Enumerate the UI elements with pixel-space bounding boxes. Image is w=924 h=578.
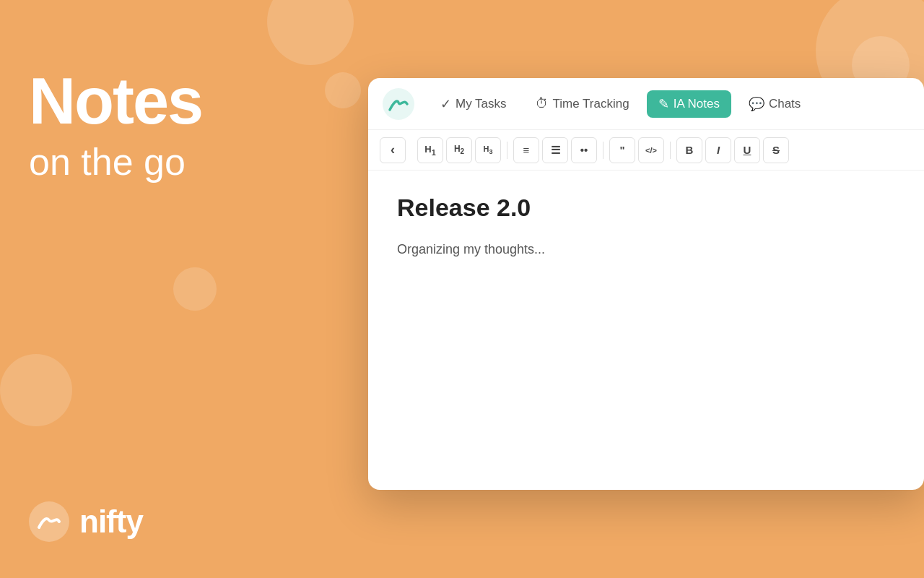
h3-label: H3 [483,144,492,155]
nav-bar: ✓ My Tasks ⏱ Time Tracking ✎ IA Notes 💬 … [368,78,924,130]
timer-icon: ⏱ [536,96,549,111]
underline-icon: U [744,144,751,156]
bg-decoration-6 [325,72,361,108]
bg-decoration-3 [173,267,217,311]
align-button[interactable]: ≡ [513,137,539,163]
bg-decoration-1 [267,0,354,65]
nav-chats[interactable]: 💬 Chats [737,90,812,118]
toolbar-divider-2 [603,142,603,159]
check-icon: ✓ [440,96,451,112]
editor-body: Organizing my thoughts... [397,239,895,260]
editor-title: Release 2.0 [397,194,895,222]
hero-subheadline: on the go [29,139,202,184]
strikethrough-button[interactable]: S [763,137,789,163]
nav-notes[interactable]: ✎ IA Notes [647,90,731,118]
time-tracking-label: Time Tracking [553,97,629,111]
editor-area[interactable]: Release 2.0 Organizing my thoughts... [368,171,924,490]
back-button[interactable]: ‹ [380,137,406,163]
h1-label: H1 [424,144,435,157]
app-logo-icon [383,88,414,120]
app-window: ✓ My Tasks ⏱ Time Tracking ✎ IA Notes 💬 … [368,78,924,490]
chats-label: Chats [769,97,801,111]
h3-button[interactable]: H3 [475,137,501,163]
notes-icon: ✎ [658,96,669,112]
nav-my-tasks[interactable]: ✓ My Tasks [429,90,518,118]
unordered-list-icon: •• [580,144,588,156]
italic-icon: I [717,144,720,156]
unordered-list-button[interactable]: •• [571,137,597,163]
h2-button[interactable]: H2 [446,137,472,163]
underline-button[interactable]: U [734,137,760,163]
toolbar-divider-3 [670,142,671,159]
chat-icon: 💬 [749,96,764,112]
back-icon: ‹ [391,142,395,158]
hero-headline: Notes [29,69,202,134]
editor-toolbar: ‹ H1 H2 H3 ≡ ☰ •• " </> B [368,130,924,171]
nifty-logo: nifty [29,501,143,542]
bg-decoration-4 [0,354,72,426]
strikethrough-icon: S [772,144,780,156]
ordered-list-button[interactable]: ☰ [542,137,568,163]
bold-button[interactable]: B [676,137,702,163]
h2-label: H2 [454,144,464,155]
nifty-logo-icon [29,501,69,542]
quote-icon: " [619,144,624,156]
hero-text: Notes on the go [29,69,202,184]
italic-button[interactable]: I [705,137,731,163]
align-icon: ≡ [523,144,530,156]
ordered-list-icon: ☰ [551,144,560,157]
notes-label: IA Notes [674,97,720,111]
toolbar-divider-1 [507,142,507,159]
h1-button[interactable]: H1 [417,137,443,163]
bold-icon: B [686,144,694,156]
nav-time-tracking[interactable]: ⏱ Time Tracking [524,90,641,117]
code-icon: </> [645,146,657,155]
my-tasks-label: My Tasks [456,97,507,111]
code-button[interactable]: </> [638,137,664,163]
quote-button[interactable]: " [609,137,635,163]
nifty-logo-text: nifty [79,504,143,540]
